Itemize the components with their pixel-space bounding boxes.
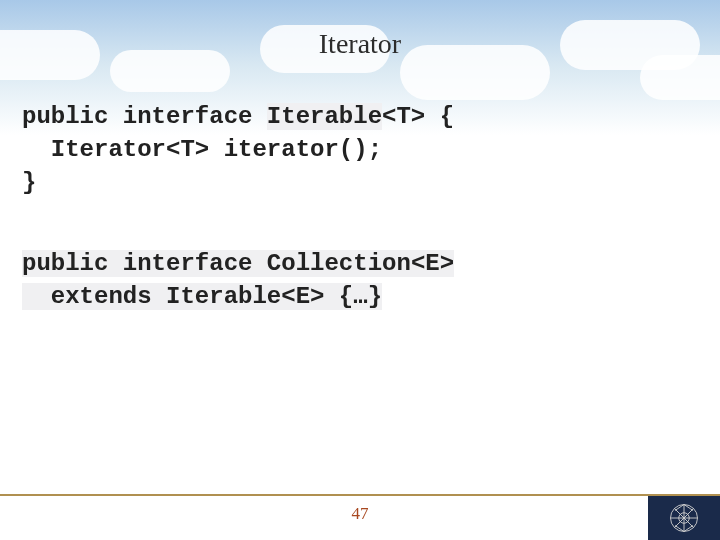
footer-logo-bar — [648, 496, 720, 540]
code-text: public interface — [22, 103, 267, 130]
page-number: 47 — [0, 504, 720, 524]
code-block-iterable: public interface Iterable<T> { Iterator<… — [22, 100, 698, 199]
slide-title: Iterator — [0, 28, 720, 60]
code-highlight-line: extends Iterable<E> {…} — [22, 283, 382, 310]
code-text: } — [22, 169, 36, 196]
code-text: <T> { — [382, 103, 454, 130]
code-text: Iterator<T> iterator(); — [22, 136, 382, 163]
slide-content: public interface Iterable<T> { Iterator<… — [22, 100, 698, 314]
code-highlight-iterable: Iterable — [267, 103, 382, 130]
code-text: <E> {…} — [281, 283, 382, 310]
footer-divider — [0, 494, 720, 496]
institution-logo-icon — [669, 503, 699, 533]
code-highlight-line: public interface Collection<E> — [22, 250, 454, 277]
code-text: extends — [22, 283, 166, 310]
code-block-collection: public interface Collection<E> extends I… — [22, 247, 698, 313]
code-highlight-iterable: Iterable — [166, 283, 281, 310]
code-text: <E> — [411, 250, 454, 277]
code-highlight-collection: Collection — [267, 250, 411, 277]
code-text: public interface — [22, 250, 267, 277]
